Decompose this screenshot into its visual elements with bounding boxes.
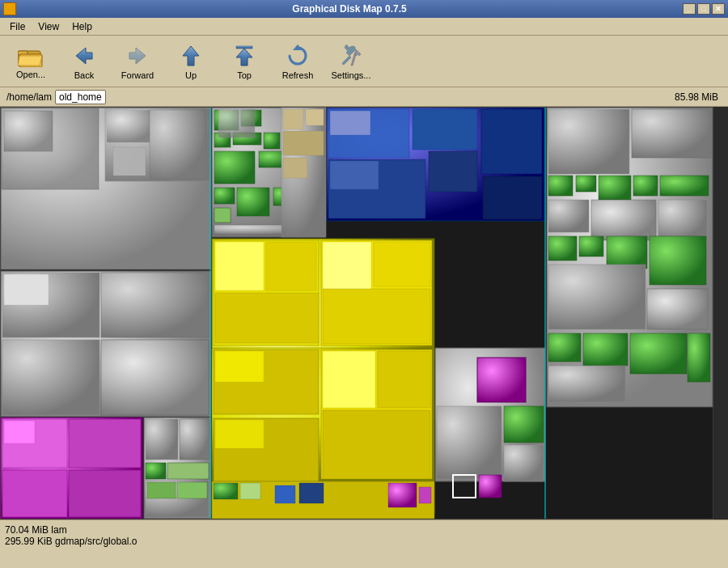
svg-rect-39 xyxy=(330,161,379,189)
top-label: Top xyxy=(237,70,252,80)
svg-rect-100 xyxy=(146,419,178,460)
svg-rect-112 xyxy=(388,483,417,507)
treemap-svg xyxy=(0,107,713,519)
svg-rect-53 xyxy=(633,176,658,196)
svg-marker-5 xyxy=(129,48,146,64)
svg-rect-52 xyxy=(599,176,631,200)
svg-rect-111 xyxy=(299,483,324,503)
svg-rect-96 xyxy=(69,419,141,468)
svg-rect-98 xyxy=(69,470,141,517)
svg-rect-30 xyxy=(214,208,231,223)
svg-rect-46 xyxy=(283,158,307,178)
svg-rect-36 xyxy=(413,109,477,150)
svg-rect-113 xyxy=(419,487,431,503)
svg-rect-62 xyxy=(548,265,645,329)
svg-rect-106 xyxy=(177,482,207,498)
svg-rect-101 xyxy=(180,419,210,460)
svg-rect-27 xyxy=(214,188,235,204)
svg-rect-16 xyxy=(107,110,155,142)
svg-rect-41 xyxy=(483,176,542,219)
svg-marker-8 xyxy=(236,49,252,66)
open-button[interactable]: Open... xyxy=(5,40,57,83)
up-button[interactable]: Up xyxy=(165,40,217,83)
toolbar: Open... Back Forward xyxy=(0,36,728,87)
path-old-home[interactable]: old_home xyxy=(55,90,106,104)
svg-rect-95 xyxy=(4,421,35,443)
forward-button[interactable]: Forward xyxy=(112,40,163,83)
svg-rect-110 xyxy=(275,485,295,503)
svg-rect-73 xyxy=(215,293,319,343)
svg-rect-49 xyxy=(632,109,711,158)
treemap-container[interactable] xyxy=(0,107,728,519)
menu-file[interactable]: File xyxy=(3,19,32,34)
svg-rect-45 xyxy=(283,131,324,155)
svg-rect-91 xyxy=(2,340,99,415)
svg-rect-51 xyxy=(576,176,596,192)
svg-rect-55 xyxy=(548,200,589,232)
svg-rect-40 xyxy=(429,151,477,192)
path-home[interactable]: /home/lam xyxy=(3,91,55,104)
svg-rect-67 xyxy=(548,366,625,402)
svg-rect-64 xyxy=(548,333,581,362)
svg-rect-75 xyxy=(323,242,371,290)
svg-rect-116 xyxy=(437,406,502,479)
back-label: Back xyxy=(74,70,94,80)
svg-rect-57 xyxy=(658,200,707,240)
refresh-button[interactable]: Refresh xyxy=(272,40,324,83)
svg-rect-28 xyxy=(237,188,269,216)
svg-marker-3 xyxy=(18,56,42,66)
menu-view[interactable]: View xyxy=(32,19,66,34)
svg-rect-63 xyxy=(647,289,708,329)
svg-rect-109 xyxy=(240,483,260,499)
svg-rect-24 xyxy=(264,133,280,149)
svg-rect-54 xyxy=(660,176,709,196)
back-button[interactable]: Back xyxy=(58,40,110,83)
svg-rect-50 xyxy=(548,176,573,196)
svg-rect-44 xyxy=(306,109,324,125)
svg-rect-61 xyxy=(650,236,706,285)
svg-rect-17 xyxy=(113,147,146,176)
svg-rect-90 xyxy=(101,273,209,337)
settings-button[interactable]: Settings... xyxy=(325,40,377,83)
svg-rect-80 xyxy=(215,351,264,382)
svg-rect-77 xyxy=(323,289,430,344)
settings-icon xyxy=(338,43,364,69)
size-display: 85.98 MiB xyxy=(675,91,725,103)
svg-rect-85 xyxy=(215,420,264,448)
forward-arrow-icon xyxy=(125,43,150,69)
svg-rect-13 xyxy=(4,111,53,151)
svg-rect-103 xyxy=(167,463,209,479)
up-label: Up xyxy=(185,70,197,80)
svg-rect-32 xyxy=(218,109,255,138)
svg-rect-86 xyxy=(323,410,430,479)
svg-rect-71 xyxy=(215,242,264,290)
svg-rect-58 xyxy=(548,236,577,261)
svg-rect-89 xyxy=(4,274,49,305)
svg-rect-97 xyxy=(2,470,67,517)
svg-rect-66 xyxy=(630,333,687,374)
minimize-button[interactable]: _ xyxy=(683,3,696,15)
svg-rect-37 xyxy=(481,109,542,174)
svg-rect-25 xyxy=(214,151,255,184)
refresh-label: Refresh xyxy=(282,70,314,80)
forward-label: Forward xyxy=(121,70,154,80)
title-icon xyxy=(3,2,16,15)
svg-rect-83 xyxy=(378,351,430,408)
svg-rect-59 xyxy=(579,236,603,256)
svg-rect-120 xyxy=(479,475,502,498)
titlebar: Graphical Disk Map 0.7.5 _ □ ✕ xyxy=(0,0,728,18)
menubar: File View Help xyxy=(0,18,728,36)
maximize-button[interactable]: □ xyxy=(697,3,710,15)
settings-label: Settings... xyxy=(332,70,371,80)
svg-rect-117 xyxy=(504,406,544,443)
back-arrow-icon xyxy=(71,43,97,69)
close-button[interactable]: ✕ xyxy=(712,3,725,15)
top-arrow-icon xyxy=(231,43,257,69)
menu-help[interactable]: Help xyxy=(66,19,99,34)
folder-open-icon xyxy=(18,44,44,68)
svg-rect-92 xyxy=(101,340,209,415)
refresh-icon xyxy=(285,43,311,69)
top-button[interactable]: Top xyxy=(218,40,270,83)
svg-rect-35 xyxy=(330,111,370,135)
svg-rect-56 xyxy=(591,200,656,240)
